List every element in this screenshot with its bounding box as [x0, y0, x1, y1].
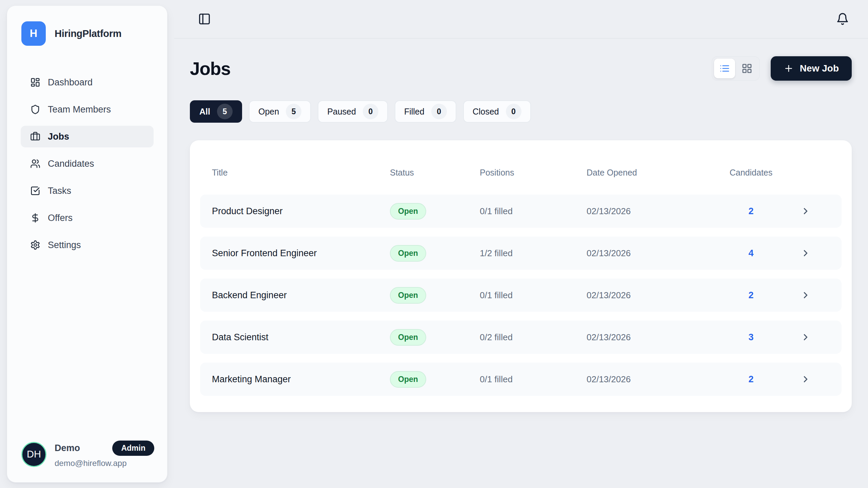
- grid-view-button[interactable]: [736, 59, 757, 78]
- brand: H HiringPlatform: [7, 6, 167, 46]
- filter-tab-all[interactable]: All 5: [190, 100, 242, 123]
- panel-left-icon: [198, 13, 211, 25]
- candidates-count[interactable]: 2: [721, 374, 782, 385]
- filter-count-badge: 0: [363, 104, 378, 119]
- new-job-button[interactable]: New Job: [771, 56, 852, 81]
- candidates-count[interactable]: 2: [721, 290, 782, 301]
- positions-cell: 0/2 filled: [480, 332, 587, 343]
- status-badge: Open: [390, 329, 426, 346]
- table-row[interactable]: Marketing Manager Open 0/1 filled 02/13/…: [200, 363, 842, 396]
- chevron-right-icon[interactable]: [782, 332, 830, 342]
- bell-icon: [836, 13, 849, 25]
- sidebar-item-label: Settings: [48, 240, 81, 250]
- positions-cell: 1/2 filled: [480, 248, 587, 259]
- sidebar-item-tasks[interactable]: Tasks: [21, 180, 154, 202]
- grid-icon: [742, 63, 752, 74]
- avatar-initials: DH: [27, 449, 41, 460]
- main-area: Jobs: [174, 0, 868, 488]
- dollar-icon: [30, 213, 40, 223]
- sidebar-item-jobs[interactable]: Jobs: [21, 126, 154, 147]
- sidebar-item-offers[interactable]: Offers: [21, 207, 154, 229]
- content: Jobs: [174, 56, 868, 412]
- chevron-right-icon[interactable]: [782, 248, 830, 258]
- gear-icon: [30, 240, 40, 250]
- job-title: Backend Engineer: [212, 290, 390, 301]
- filter-count-badge: 0: [431, 104, 447, 119]
- brand-name: HiringPlatform: [55, 28, 121, 39]
- sidebar-item-settings[interactable]: Settings: [21, 234, 154, 256]
- sidebar-item-dashboard[interactable]: Dashboard: [21, 72, 154, 93]
- users-icon: [30, 159, 40, 169]
- status-badge: Open: [390, 287, 426, 304]
- user-name: Demo: [55, 443, 80, 453]
- sidebar-item-label: Team Members: [48, 104, 111, 115]
- date-opened-cell: 02/13/2026: [587, 248, 721, 259]
- sidebar-item-label: Tasks: [48, 186, 71, 196]
- filter-count-badge: 0: [506, 104, 521, 119]
- check-square-icon: [30, 186, 40, 196]
- list-view-button[interactable]: [714, 59, 735, 78]
- sidebar: H HiringPlatform Dashboard Team Members …: [7, 5, 167, 483]
- date-opened-cell: 02/13/2026: [587, 332, 721, 343]
- new-job-label: New Job: [800, 63, 839, 74]
- page-title: Jobs: [190, 58, 231, 79]
- jobs-table: Title Status Positions Date Opened Candi…: [190, 140, 852, 412]
- job-title: Product Designer: [212, 206, 390, 217]
- job-title: Senior Frontend Engineer: [212, 248, 390, 259]
- filter-count-badge: 5: [286, 104, 301, 119]
- notifications-button[interactable]: [836, 13, 849, 25]
- role-badge: Admin: [112, 441, 154, 456]
- sidebar-item-label: Dashboard: [48, 77, 93, 88]
- filter-tabs: All 5 Open 5 Paused 0 Filled 0 Closed 0: [190, 100, 852, 123]
- candidates-count[interactable]: 2: [721, 206, 782, 217]
- sidebar-item-label: Offers: [48, 213, 73, 223]
- user-profile[interactable]: DH Demo Admin demo@hireflow.app: [21, 441, 154, 468]
- date-opened-cell: 02/13/2026: [587, 290, 721, 301]
- briefcase-icon: [30, 131, 40, 142]
- user-email: demo@hireflow.app: [55, 459, 154, 468]
- date-opened-cell: 02/13/2026: [587, 374, 721, 385]
- user-info: Demo Admin demo@hireflow.app: [55, 441, 154, 468]
- positions-cell: 0/1 filled: [480, 374, 587, 385]
- chevron-right-icon[interactable]: [782, 290, 830, 300]
- filter-tab-open[interactable]: Open 5: [249, 100, 311, 123]
- sidebar-item-label: Jobs: [48, 131, 69, 142]
- topbar: [174, 0, 868, 39]
- filter-tab-filled[interactable]: Filled 0: [395, 100, 456, 123]
- job-title: Marketing Manager: [212, 374, 390, 385]
- column-header-title: Title: [212, 168, 390, 178]
- table-header: Title Status Positions Date Opened Candi…: [200, 150, 842, 195]
- filter-tab-closed[interactable]: Closed 0: [463, 100, 531, 123]
- positions-cell: 0/1 filled: [480, 206, 587, 217]
- job-title: Data Scientist: [212, 332, 390, 343]
- date-opened-cell: 02/13/2026: [587, 206, 721, 217]
- sidebar-item-candidates[interactable]: Candidates: [21, 153, 154, 175]
- column-header-positions: Positions: [480, 168, 587, 178]
- avatar: DH: [21, 442, 46, 467]
- shield-icon: [30, 104, 40, 115]
- table-row[interactable]: Backend Engineer Open 0/1 filled 02/13/2…: [200, 279, 842, 312]
- candidates-count[interactable]: 4: [721, 248, 782, 259]
- table-row[interactable]: Senior Frontend Engineer Open 1/2 filled…: [200, 237, 842, 270]
- table-row[interactable]: Product Designer Open 0/1 filled 02/13/2…: [200, 195, 842, 228]
- chevron-right-icon[interactable]: [782, 206, 830, 216]
- sidebar-item-label: Candidates: [48, 159, 94, 169]
- chevron-right-icon[interactable]: [782, 374, 830, 384]
- list-icon: [719, 63, 730, 74]
- plus-icon: [784, 63, 794, 74]
- status-badge: Open: [390, 245, 426, 262]
- candidates-count[interactable]: 3: [721, 332, 782, 343]
- filter-tab-paused[interactable]: Paused 0: [318, 100, 388, 123]
- brand-logo-letter: H: [30, 27, 37, 40]
- column-header-candidates: Candidates: [721, 168, 782, 178]
- sidebar-item-team-members[interactable]: Team Members: [21, 99, 154, 120]
- view-toggle: [712, 56, 760, 81]
- column-header-date-opened: Date Opened: [587, 168, 721, 178]
- sidebar-nav: Dashboard Team Members Jobs Candidates T…: [7, 72, 167, 256]
- positions-cell: 0/1 filled: [480, 290, 587, 301]
- sidebar-toggle-button[interactable]: [198, 13, 211, 25]
- status-badge: Open: [390, 371, 426, 388]
- brand-logo: H: [21, 21, 46, 46]
- table-row[interactable]: Data Scientist Open 0/2 filled 02/13/202…: [200, 321, 842, 354]
- status-badge: Open: [390, 203, 426, 220]
